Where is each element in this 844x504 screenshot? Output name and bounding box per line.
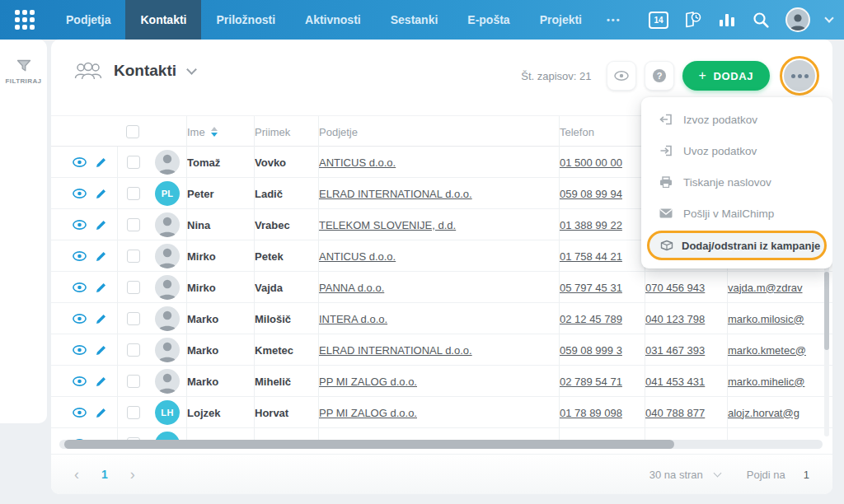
view-row-icon[interactable] (73, 220, 87, 230)
mobile-link[interactable]: 040 123 798 (645, 313, 705, 325)
mobile-link[interactable]: 070 456 943 (645, 282, 705, 294)
email-link[interactable]: marko.mihelic@ (728, 376, 804, 388)
company-link[interactable]: PP MI ZALOG d.o.o. (319, 376, 417, 388)
company-link[interactable]: PANNA d.o.o. (319, 282, 384, 294)
first-name: Tomaž (186, 147, 254, 178)
row-checkbox[interactable] (127, 250, 140, 263)
column-header-podjetje[interactable]: Podjetje (318, 116, 559, 147)
filter-label[interactable]: FILTRIRAJ (6, 77, 42, 85)
contact-avatar (155, 306, 180, 331)
edit-row-icon[interactable] (96, 220, 106, 231)
search-icon[interactable] (752, 11, 770, 29)
phone-link[interactable]: 01 388 99 22 (560, 219, 622, 231)
page-size-chevron-icon[interactable] (713, 469, 721, 478)
row-checkbox[interactable] (127, 312, 140, 325)
company-link[interactable]: ELRAD INTERNATIONAL d.o.o. (319, 344, 472, 357)
company-link[interactable]: ANTICUS d.o.o. (319, 156, 396, 169)
edit-row-icon[interactable] (96, 282, 106, 293)
row-checkbox[interactable] (127, 375, 140, 388)
company-link[interactable]: PP MI ZALOG d.o.o. (319, 407, 417, 419)
edit-row-icon[interactable] (96, 189, 106, 199)
edit-row-icon[interactable] (96, 376, 106, 387)
menu-item-izvoz[interactable]: Izvoz podatkov (641, 104, 832, 135)
edit-row-icon[interactable] (96, 251, 106, 262)
edit-row-icon[interactable] (96, 157, 106, 168)
user-menu-chevron-icon[interactable] (824, 13, 833, 22)
phone-link[interactable]: 01 78 89 098 (560, 407, 622, 419)
company-link[interactable]: ELRAD INTERNATIONAL d.o.o. (319, 188, 472, 200)
column-header-priimek[interactable]: Priimek (254, 116, 318, 147)
view-row-icon[interactable] (73, 251, 87, 261)
company-link[interactable]: INTERA d.o.o. (319, 313, 387, 325)
phone-link[interactable]: 01 758 44 21 (560, 250, 622, 263)
row-checkbox[interactable] (127, 281, 140, 294)
email-link[interactable]: vajda.m@zdrav (728, 282, 803, 294)
nav-item-priloznosti[interactable]: Priložnosti (201, 0, 290, 40)
phone-link[interactable]: 059 08 99 94 (560, 188, 622, 200)
phone-link[interactable]: 059 08 999 3 (560, 344, 622, 357)
menu-item-mailchimp[interactable]: Pošlji v MailChimp (641, 198, 832, 229)
vertical-scrollbar-thumb[interactable] (824, 272, 829, 350)
select-all-checkbox[interactable] (126, 125, 139, 138)
menu-item-dodaj-odstrani-kampanja[interactable]: Dodaj/odstrani iz kampanje (647, 231, 827, 260)
calendar-icon[interactable]: 14 (649, 12, 668, 29)
mobile-link[interactable]: 031 467 393 (645, 344, 705, 357)
column-header-telefon[interactable]: Telefon (559, 116, 645, 147)
nav-item-kontakti[interactable]: Kontakti (125, 0, 201, 40)
row-checkbox[interactable] (127, 343, 140, 357)
view-row-icon[interactable] (73, 282, 87, 292)
more-options-button[interactable] (784, 60, 815, 91)
view-row-icon[interactable] (73, 408, 87, 418)
row-checkbox[interactable] (127, 406, 140, 419)
nav-item-projekti[interactable]: Projekti (525, 0, 597, 40)
edit-row-icon[interactable] (96, 408, 106, 418)
nav-item-podjetja[interactable]: Podjetja (51, 0, 125, 40)
company-link[interactable]: TELEKOM SLOVENIJE, d.d. (319, 219, 456, 231)
view-row-icon[interactable] (73, 314, 87, 324)
phone-link[interactable]: 05 797 45 31 (560, 282, 622, 294)
phone-link[interactable]: 01 500 00 00 (560, 156, 622, 169)
app-grid-icon[interactable] (13, 8, 36, 31)
add-button[interactable]: + DODAJ (682, 61, 770, 91)
filter-funnel-icon[interactable] (16, 59, 31, 72)
page-size-select[interactable]: 30 na stran (649, 469, 703, 481)
nav-more-icon[interactable]: ••• (597, 0, 631, 40)
activity-history-icon[interactable] (684, 11, 702, 29)
reports-chart-icon[interactable] (718, 11, 736, 29)
mobile-link[interactable]: 040 788 877 (645, 407, 705, 419)
column-header-ime[interactable]: Ime (186, 116, 254, 147)
edit-row-icon[interactable] (96, 345, 106, 356)
view-row-icon[interactable] (73, 376, 87, 386)
goto-label: Pojdi na (747, 469, 785, 481)
first-name: Peter (186, 178, 254, 209)
current-page[interactable]: 1 (101, 468, 108, 481)
menu-item-tiskanje[interactable]: Tiskanje naslovov (641, 166, 832, 198)
mobile-link[interactable]: 041 453 431 (645, 376, 705, 388)
row-checkbox[interactable] (127, 218, 140, 231)
sort-icon[interactable] (211, 127, 218, 137)
next-page-button[interactable]: › (130, 467, 135, 482)
company-link[interactable]: ANTICUS d.o.o. (319, 250, 396, 263)
goto-page-input[interactable]: 1 (804, 469, 809, 481)
phone-link[interactable]: 02 789 54 71 (560, 376, 622, 388)
prev-page-button[interactable]: ‹ (74, 467, 79, 482)
view-columns-button[interactable] (607, 61, 636, 91)
view-row-icon[interactable] (73, 157, 87, 167)
email-link[interactable]: marko.kmetec@ (728, 344, 806, 357)
view-row-icon[interactable] (73, 345, 87, 355)
title-dropdown-chevron-icon[interactable] (186, 64, 197, 75)
email-link[interactable]: alojz.horvat@g (728, 407, 799, 419)
row-checkbox[interactable] (127, 187, 140, 200)
menu-item-uvoz[interactable]: Uvoz podatkov (641, 135, 832, 166)
nav-item-aktivnosti[interactable]: Aktivnosti (290, 0, 376, 40)
edit-row-icon[interactable] (96, 314, 106, 324)
help-button[interactable]: ? (645, 61, 674, 91)
nav-item-sestanki[interactable]: Sestanki (376, 0, 453, 40)
row-checkbox[interactable] (127, 156, 140, 169)
phone-link[interactable]: 02 12 45 789 (560, 313, 622, 325)
nav-item-eposta[interactable]: E-pošta (452, 0, 524, 40)
horizontal-scrollbar-thumb[interactable] (64, 440, 674, 449)
email-link[interactable]: marko.milosic@ (728, 313, 804, 325)
view-row-icon[interactable] (73, 189, 87, 198)
user-avatar[interactable] (785, 7, 810, 32)
